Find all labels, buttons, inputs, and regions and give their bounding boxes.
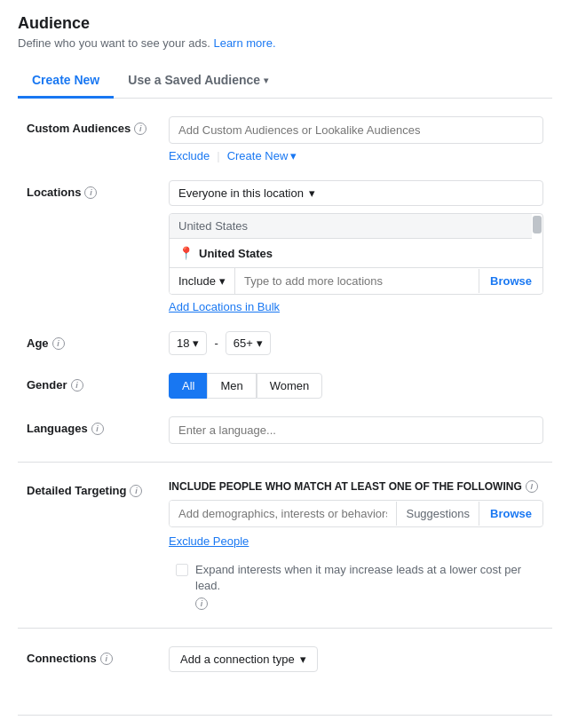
location-pin-icon: 📍 (178, 246, 194, 260)
expand-content: Expand interests when it may increase le… (176, 562, 543, 610)
tab-use-saved-chevron: ▾ (264, 75, 268, 85)
gender-content: All Men Women (169, 373, 543, 399)
gender-row: Gender i All Men Women (18, 373, 552, 399)
location-body: United States 📍 United States (170, 214, 542, 267)
targeting-input-row: Suggestions Browse (169, 500, 543, 527)
age-max-select[interactable]: 65+ ▾ (226, 331, 271, 355)
gender-label: Gender i (27, 373, 169, 392)
location-content: 📍 United States (170, 239, 532, 267)
languages-info-icon[interactable]: i (91, 423, 104, 435)
gender-info-icon[interactable]: i (71, 379, 83, 392)
languages-row: Languages i (18, 416, 552, 444)
save-button-row: Save This Audience (18, 715, 552, 728)
gender-women-button[interactable]: Women (257, 373, 323, 399)
expand-interests-row: Expand interests when it may increase le… (18, 562, 552, 610)
languages-label: Languages i (27, 416, 169, 435)
section-divider (18, 462, 552, 463)
include-text-info-icon[interactable]: i (526, 480, 538, 493)
location-dropdown-chevron: ▾ (309, 186, 315, 200)
age-content: 18 ▾ - 65+ ▾ (169, 331, 543, 355)
location-scrollbar[interactable] (532, 214, 542, 267)
learn-more-link[interactable]: Learn more. (213, 36, 275, 50)
include-chevron: ▾ (219, 274, 226, 288)
detailed-targeting-label: Detailed Targeting i (27, 480, 169, 497)
age-info-icon[interactable]: i (52, 337, 65, 350)
location-type-dropdown[interactable]: Everyone in this location ▾ (169, 180, 543, 206)
targeting-input[interactable] (170, 501, 396, 526)
location-browse-button[interactable]: Browse (479, 269, 542, 293)
location-items: United States 📍 United States (170, 214, 532, 267)
location-include-row: Include ▾ Browse (170, 267, 542, 294)
expand-interests-text: Expand interests when it may increase le… (195, 562, 543, 610)
detailed-targeting-row: Detailed Targeting i INCLUDE people who … (18, 480, 552, 548)
gender-buttons: All Men Women (169, 373, 543, 399)
include-text: INCLUDE people who match at least ONE of… (169, 480, 543, 493)
custom-audiences-content: Exclude | Create New ▾ (169, 116, 543, 162)
detailed-targeting-content: INCLUDE people who match at least ONE of… (169, 480, 543, 548)
audience-actions: Exclude | Create New ▾ (169, 149, 543, 162)
locations-label: Locations i (27, 180, 169, 199)
tabs-container: Create New Use a Saved Audience ▾ (18, 64, 552, 99)
connections-content: Add a connection type ▾ (169, 646, 543, 672)
age-label: Age i (27, 331, 169, 350)
expand-interests-checkbox[interactable] (176, 564, 188, 576)
suggestions-button[interactable]: Suggestions (396, 502, 479, 526)
add-bulk-link[interactable]: Add Locations in Bulk (169, 300, 280, 313)
age-row: Age i 18 ▾ - 65+ ▾ (18, 331, 552, 355)
location-name: United States (199, 247, 273, 260)
connections-chevron: ▾ (300, 653, 306, 666)
custom-audiences-info-icon[interactable]: i (134, 123, 146, 135)
age-min-chevron: ▾ (193, 336, 199, 350)
location-box: United States 📍 United States (169, 213, 543, 295)
tab-create-new[interactable]: Create New (18, 64, 114, 99)
expand-interests-info-icon[interactable]: i (195, 597, 208, 610)
exclude-people-link[interactable]: Exclude People (169, 534, 249, 548)
custom-audiences-label: Custom Audiences i (27, 116, 169, 135)
custom-audiences-row: Custom Audiences i Exclude | Create New … (18, 116, 552, 162)
locations-row: Locations i Everyone in this location ▾ … (18, 180, 552, 313)
detailed-targeting-info-icon[interactable]: i (130, 485, 142, 497)
detailed-browse-button[interactable]: Browse (479, 502, 542, 526)
age-min-select[interactable]: 18 ▾ (169, 331, 207, 355)
create-new-link[interactable]: Create New ▾ (227, 149, 297, 162)
locations-content: Everyone in this location ▾ United State… (169, 180, 543, 313)
connections-dropdown[interactable]: Add a connection type ▾ (169, 646, 318, 672)
location-type-input[interactable] (235, 268, 479, 294)
location-header: United States (170, 214, 532, 239)
age-dash: - (214, 336, 218, 350)
page-subtitle: Define who you want to see your ads. Lea… (18, 36, 552, 50)
locations-info-icon[interactable]: i (84, 186, 97, 199)
languages-content (169, 416, 543, 444)
age-max-chevron: ▾ (257, 336, 263, 350)
language-input[interactable] (169, 416, 543, 444)
scrollbar-thumb (533, 216, 542, 233)
connections-label: Connections i (27, 646, 169, 665)
section-divider-2 (18, 628, 552, 629)
create-new-chevron: ▾ (290, 149, 297, 162)
connections-info-icon[interactable]: i (100, 653, 113, 665)
connections-row: Connections i Add a connection type ▾ (18, 646, 552, 672)
tab-use-saved[interactable]: Use a Saved Audience ▾ (114, 64, 282, 99)
page-title: Audience (18, 14, 552, 33)
form-container: Custom Audiences i Exclude | Create New … (18, 99, 552, 708)
custom-audiences-input[interactable] (169, 116, 543, 144)
gender-all-button[interactable]: All (169, 373, 207, 399)
gender-men-button[interactable]: Men (207, 373, 256, 399)
exclude-link[interactable]: Exclude (169, 149, 210, 162)
separator: | (217, 149, 219, 162)
include-dropdown[interactable]: Include ▾ (170, 268, 235, 294)
